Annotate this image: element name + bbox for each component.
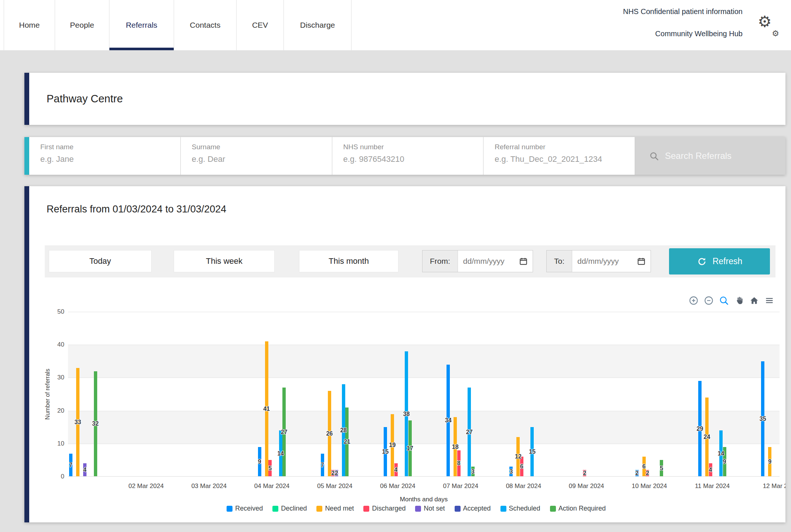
first-name-input[interactable] — [40, 154, 170, 164]
gridline — [68, 312, 780, 312]
from-date-input[interactable] — [463, 257, 519, 266]
pan-icon[interactable] — [734, 296, 744, 306]
selection-zoom-icon[interactable] — [719, 296, 729, 306]
legend-label: Need met — [325, 505, 354, 512]
legend-label: Declined — [281, 505, 307, 512]
card-accent-bar — [24, 186, 29, 522]
to-date-group: To: — [546, 250, 651, 272]
x-tick-label: 09 Mar 2024 — [557, 482, 616, 490]
legend-label: Scheduled — [509, 505, 540, 512]
search-icon — [649, 151, 659, 161]
nav-tab-discharge[interactable]: Discharge — [284, 0, 352, 50]
y-tick-label: 10 — [32, 440, 64, 447]
legend-item-declined[interactable]: Declined — [272, 505, 307, 512]
bar-value-label: 3 — [509, 468, 513, 475]
referral-number-field: Referral number — [483, 137, 635, 175]
zoom-in-icon[interactable] — [689, 296, 699, 306]
y-tick-label: 0 — [32, 473, 64, 480]
bar-value-label: 4 — [394, 467, 398, 473]
legend-item-need-met[interactable]: Need met — [316, 505, 354, 512]
today-button[interactable]: Today — [49, 250, 152, 272]
legend-marker — [316, 506, 322, 512]
to-date-input[interactable] — [577, 257, 636, 266]
bar-value-label: 2 — [335, 470, 338, 477]
chart-legend: ReceivedDeclinedNeed metDischargedNot se… — [47, 505, 785, 512]
bar-value-label: 35 — [760, 416, 766, 422]
bar-value-label: 2 — [635, 470, 639, 477]
y-tick-label: 40 — [32, 341, 64, 348]
bar-value-label: 29 — [697, 426, 703, 432]
bar-value-label: 12 — [515, 453, 522, 460]
card-accent-bar — [24, 73, 29, 125]
legend-item-accepted[interactable]: Accepted — [455, 505, 491, 512]
gear-icon: ⚙ — [758, 13, 772, 30]
calendar-icon[interactable] — [636, 256, 646, 266]
gear-small-icon: ⚙ — [772, 30, 779, 38]
legend-item-received[interactable]: Received — [227, 505, 263, 512]
menu-icon[interactable] — [764, 296, 774, 306]
home-reset-icon[interactable] — [749, 296, 759, 306]
settings-gear-icon[interactable]: ⚙ ⚙ — [758, 14, 780, 36]
org-name: Community Wellbeing Hub — [623, 30, 743, 38]
bar-value-label: 32 — [92, 420, 99, 427]
bar-value-label: 8 — [457, 460, 461, 467]
bar-value-label: 2 — [646, 470, 649, 477]
search-button-label: Search Referrals — [665, 151, 731, 161]
nav-tab-referrals[interactable]: Referrals — [109, 0, 174, 50]
x-tick-label: 06 Mar 2024 — [368, 482, 427, 490]
referrals-bar-chart[interactable]: 7971534322935334126191812624952486224421… — [68, 312, 780, 477]
legend-marker — [550, 506, 556, 512]
legend-item-not-set[interactable]: Not set — [415, 505, 445, 512]
gridline — [68, 345, 780, 345]
legend-item-action-required[interactable]: Action Required — [550, 505, 606, 512]
bar-value-label: 38 — [403, 411, 410, 417]
legend-item-scheduled[interactable]: Scheduled — [500, 505, 540, 512]
zoom-out-icon[interactable] — [704, 296, 714, 306]
x-tick-label: 03 Mar 2024 — [179, 482, 238, 490]
legend-item-discharged[interactable]: Discharged — [363, 505, 405, 512]
legend-label: Accepted — [463, 505, 491, 512]
bar-value-label: 15 — [529, 449, 536, 455]
legend-marker — [272, 506, 278, 512]
legend-marker — [227, 506, 232, 512]
bar-value-label: 19 — [389, 442, 396, 449]
nav-tab-home[interactable]: Home — [4, 0, 55, 50]
nhs-number-input[interactable] — [343, 154, 473, 164]
legend-label: Discharged — [372, 505, 405, 512]
bar-value-label: 14 — [718, 450, 724, 457]
bar-value-label: 27 — [466, 429, 473, 436]
refresh-icon — [697, 256, 707, 267]
bar-value-label: 2 — [583, 470, 586, 477]
bar-value-label: 3 — [471, 468, 475, 475]
bar-value-label: 5 — [660, 465, 663, 472]
surname-input[interactable] — [192, 154, 321, 164]
refresh-button[interactable]: Refresh — [669, 248, 770, 274]
bar-value-label: 17 — [407, 445, 413, 452]
search-referrals-button[interactable]: Search Referrals — [635, 137, 785, 175]
y-tick-label: 50 — [32, 308, 64, 316]
nav-tab-cev[interactable]: CEV — [237, 0, 284, 50]
bar-value-label: 33 — [75, 419, 81, 426]
this-week-button[interactable]: This week — [174, 250, 275, 272]
bar-value-label: 5 — [268, 465, 272, 472]
first-name-field: First name — [29, 137, 181, 175]
legend-marker — [500, 506, 506, 512]
referral-number-input[interactable] — [495, 154, 624, 164]
to-label: To: — [547, 250, 572, 272]
calendar-icon[interactable] — [519, 256, 528, 266]
x-tick-label: 10 Mar 2024 — [620, 482, 679, 490]
refresh-button-label: Refresh — [713, 256, 743, 266]
bar-value-label: 15 — [382, 449, 389, 455]
page-title: Pathway Centre — [24, 93, 123, 105]
nav-tab-people[interactable]: People — [55, 0, 109, 50]
gridline — [68, 378, 780, 378]
bar-value-label: 9 — [258, 458, 261, 465]
bar-value-label: 7 — [321, 462, 324, 468]
nav-tab-contacts[interactable]: Contacts — [174, 0, 237, 50]
bar-value-label: 26 — [326, 430, 333, 437]
referrals-card: Referrals from 01/03/2024 to 31/03/2024 … — [24, 186, 785, 522]
bar-value-label: 34 — [445, 417, 452, 424]
from-date-group: From: — [422, 250, 533, 272]
x-axis-ticks: 02 Mar 202403 Mar 202404 Mar 202405 Mar … — [68, 482, 780, 492]
this-month-button[interactable]: This month — [299, 250, 398, 272]
